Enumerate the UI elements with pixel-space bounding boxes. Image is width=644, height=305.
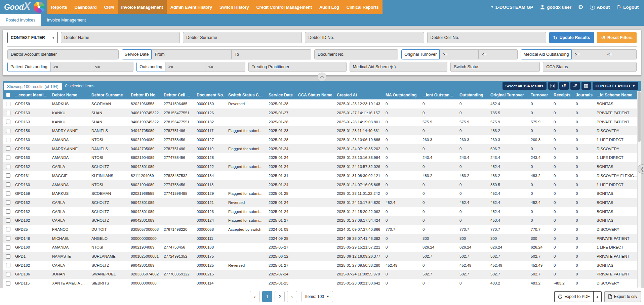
context-filter-select[interactable]: CONTEXT FILTER∨: [7, 32, 58, 43]
column-header-ma-outstanding[interactable]: MA Outstanding: [384, 93, 420, 97]
practice-selector[interactable]: ▼ 1-DOCSTEAM GP: [491, 5, 533, 10]
document-no-input[interactable]: [314, 49, 398, 59]
debtor-surname-input[interactable]: [183, 32, 302, 43]
row-checkbox[interactable]: [6, 165, 10, 169]
outstanding--input[interactable]: [165, 62, 205, 72]
row-checkbox[interactable]: [6, 173, 10, 178]
next-page-button[interactable]: ›: [287, 291, 297, 302]
cell-ma-outstanding: 0: [384, 129, 420, 133]
column-header-id-scheme-name[interactable]: ...id Scheme Name: [595, 93, 641, 97]
row-checkbox[interactable]: [6, 182, 10, 187]
columns-button[interactable]: [581, 82, 591, 90]
column-header-outstanding[interactable]: Outstanding: [457, 93, 488, 97]
nav-item-invoice-management[interactable]: Invoice Management: [118, 0, 167, 14]
row-checkbox[interactable]: [6, 209, 10, 214]
about-button[interactable]: i About: [590, 5, 610, 10]
row-checkbox[interactable]: [6, 227, 10, 231]
column-header-switch-status-code[interactable]: Switch Status Code: [226, 93, 267, 97]
patient-outstanding--input[interactable]: [92, 62, 134, 72]
row-checkbox[interactable]: [6, 111, 10, 115]
service-date-from-input[interactable]: [152, 49, 231, 59]
context-layout-dropdown[interactable]: CONTEXT LAYOUT ▼: [593, 82, 638, 90]
reset-view-button[interactable]: ↺: [559, 82, 569, 90]
row-checkbox[interactable]: [6, 218, 10, 223]
cell-debtor-name: MARRY-ANNE: [50, 147, 89, 151]
row-checkbox[interactable]: [6, 120, 10, 124]
row-checkbox[interactable]: [6, 263, 10, 267]
row-checkbox[interactable]: [6, 281, 10, 286]
column-header-ccount-identifier[interactable]: ...ccount Identifier: [13, 93, 50, 97]
nav-item-reports[interactable]: Reports: [47, 0, 71, 14]
row-checkbox[interactable]: [6, 200, 10, 205]
nav-item-crm[interactable]: CRM: [100, 0, 118, 14]
select-all-button[interactable]: Select all 194 results: [502, 82, 547, 90]
debtor-cell-no-input[interactable]: [427, 32, 546, 43]
treating-practitioner-input[interactable]: [248, 62, 347, 72]
row-checkbox[interactable]: [6, 191, 10, 196]
debtor-name-input[interactable]: [61, 32, 180, 43]
column-header-cca-status-name[interactable]: CCA Status Name: [296, 93, 335, 97]
row-checkbox[interactable]: [6, 138, 10, 142]
reset-filters-button[interactable]: ↺Reset Filters: [597, 32, 637, 43]
page-button-1[interactable]: 1: [262, 291, 272, 302]
nav-item-switch-history[interactable]: Switch History: [216, 0, 253, 14]
cca-status-input[interactable]: [543, 62, 637, 72]
debtor-id-no-input[interactable]: [305, 32, 424, 43]
nav-item-credit-control-management[interactable]: Credit Control Management: [252, 0, 315, 14]
debtor-account-identifier-input[interactable]: [7, 49, 119, 59]
column-header-debtor-name[interactable]: Debtor Name: [50, 93, 89, 97]
row-checkbox[interactable]: [6, 236, 10, 241]
row-checkbox[interactable]: [6, 146, 10, 151]
column-header-original-turnover[interactable]: Original Turnover: [488, 93, 529, 97]
column-header-debtor-id-no[interactable]: Debtor ID No.: [129, 93, 162, 97]
page-button-2[interactable]: 2: [275, 291, 285, 302]
outstanding--input[interactable]: [205, 62, 245, 72]
medical-aid-scheme-s-input[interactable]: [350, 62, 448, 72]
nav-item-audit-log[interactable]: Audit Log: [316, 0, 343, 14]
row-checkbox[interactable]: [6, 102, 10, 106]
export-pdf-options-button[interactable]: ▲: [593, 292, 601, 302]
update-results-button[interactable]: ↻Update Results: [549, 32, 594, 43]
settings-button[interactable]: ⚙: [578, 4, 583, 10]
user-menu[interactable]: goodx user: [540, 4, 571, 10]
select-all-checkbox[interactable]: [6, 93, 10, 97]
sort-button[interactable]: [570, 82, 580, 90]
row-checkbox[interactable]: [6, 245, 10, 250]
table-scrollbar[interactable]: [637, 91, 641, 288]
collapse-filters-button[interactable]: [318, 73, 326, 81]
switch-status-input[interactable]: [450, 62, 540, 72]
column-header-ient-outstanding[interactable]: ...ient Outstanding: [420, 93, 457, 97]
column-header-created-at[interactable]: Created At: [335, 93, 384, 97]
export-csv-button[interactable]: Export to csv: [604, 291, 641, 302]
medical-aid-outstanding--input[interactable]: [572, 49, 604, 59]
items-per-page-select[interactable]: Items: 100 ▼: [301, 291, 333, 302]
scrollbar-thumb[interactable]: [638, 91, 641, 142]
column-header-document-no[interactable]: Document No.: [195, 93, 226, 97]
column-header-receipts[interactable]: Receipts: [552, 93, 574, 97]
tab-invoice-management[interactable]: Invoice Management: [41, 14, 91, 26]
patient-outstanding--input[interactable]: [50, 62, 92, 72]
column-header-journals[interactable]: Journals: [574, 93, 595, 97]
prev-page-button[interactable]: ‹: [250, 291, 260, 302]
logout-button[interactable]: Logout: [616, 5, 639, 10]
nav-item-dashboard[interactable]: Dashboard: [71, 0, 100, 14]
export-pdf-button[interactable]: Export to PDF: [555, 292, 593, 302]
row-checkbox[interactable]: [6, 156, 10, 160]
column-header-turnover[interactable]: Turnover: [529, 93, 552, 97]
row-checkbox[interactable]: [6, 129, 10, 133]
nav-item-clinical-reports[interactable]: Clinical Reports: [343, 0, 383, 14]
medical-aid-outstanding--input[interactable]: [604, 49, 637, 59]
row-checkbox[interactable]: [6, 272, 10, 276]
original-turnover--input[interactable]: [479, 49, 518, 59]
cell-outstanding: 0: [457, 147, 488, 151]
column-header-debtor-cell-no[interactable]: Debtor Cell No.: [162, 93, 195, 97]
items-per-page-label: Items: 100: [305, 294, 324, 299]
service-date-to-input[interactable]: [232, 49, 311, 59]
tab-posted-invoices[interactable]: Posted Invoices: [0, 14, 41, 26]
original-turnover--input[interactable]: [440, 49, 479, 59]
row-checkbox[interactable]: [6, 254, 10, 259]
column-header-service-date[interactable]: Service Date: [267, 93, 296, 97]
nav-item-admin-event-history[interactable]: Admin Event History: [167, 0, 216, 14]
column-header-debtor-surname[interactable]: Debtor Surname: [89, 93, 129, 97]
fit-columns-button[interactable]: [548, 82, 558, 90]
